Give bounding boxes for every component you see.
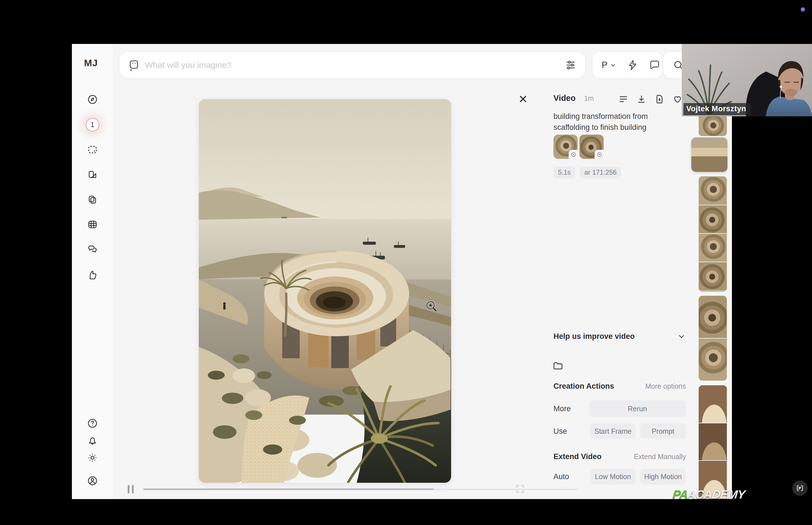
target-icon (595, 150, 604, 159)
webcam-overlay: Vojtek Morsztyn (682, 44, 812, 116)
extend-manually-link[interactable]: Extend Manually (634, 453, 686, 461)
notification-count: 1 (90, 121, 94, 129)
recording-dot (801, 7, 805, 12)
chevron-down-icon (677, 332, 686, 341)
imagine-placeholder: What will you imagine? (145, 60, 231, 70)
toolbar-pill: P (593, 52, 662, 78)
captions-icon (795, 483, 805, 493)
imagine-input[interactable]: What will you imagine? (119, 52, 585, 78)
panel-header: Video 1m (553, 93, 594, 103)
shapes-icon[interactable] (87, 169, 98, 181)
screen: MJ 1 (0, 0, 812, 525)
progress-bar-played[interactable] (143, 489, 434, 490)
auto-row: Auto Low Motion High Motion (553, 469, 686, 484)
help-improve-label: Help us improve video (553, 332, 635, 341)
grid-icon[interactable] (87, 219, 98, 230)
prompt-text[interactable]: building transformation from scaffolding… (553, 111, 678, 133)
fullscreen-icon[interactable] (515, 484, 525, 494)
heart-icon[interactable] (672, 94, 683, 104)
panel-title: Video (553, 93, 576, 103)
bell-icon[interactable] (87, 435, 98, 446)
image-add-icon[interactable] (128, 59, 140, 71)
queue-icon[interactable] (618, 94, 628, 104)
rail-group-video-frames[interactable] (699, 296, 727, 381)
rail-group-video-frames[interactable] (699, 176, 727, 292)
seaside-building-scene (199, 99, 451, 483)
parameter-chips: 5.1s ar 171:256 (553, 167, 621, 178)
creation-actions-row: Creation Actions More options (553, 382, 686, 391)
plan-badge: P (602, 60, 608, 70)
create-dashed-icon[interactable] (87, 144, 98, 155)
conversations-icon[interactable] (87, 244, 98, 255)
more-label: More (553, 404, 571, 413)
video-frame[interactable] (199, 99, 451, 483)
prompt-button[interactable]: Prompt (640, 424, 686, 439)
low-motion-button[interactable]: Low Motion (590, 469, 636, 484)
panel-header-actions (618, 94, 683, 104)
reference-thumbnail[interactable] (553, 135, 578, 159)
creation-age: 1m (584, 94, 594, 103)
app-logo[interactable]: MJ (84, 58, 98, 69)
aspect-ratio-chip[interactable]: ar 171:256 (580, 167, 621, 178)
stream-watermark: PAACADEMY (672, 488, 746, 501)
chevron-down-icon (609, 61, 617, 69)
start-frame-button[interactable]: Start Frame (590, 424, 636, 439)
reference-thumbnail[interactable] (579, 135, 604, 159)
account-icon[interactable] (87, 475, 98, 486)
sidebar: MJ 1 (72, 44, 113, 499)
more-row: More Rerun (553, 401, 686, 417)
webcam-name-label: Vojtek Morsztyn (683, 103, 751, 115)
folder-icon[interactable] (553, 361, 563, 371)
rail-thumbnail-selected[interactable] (691, 137, 727, 172)
help-icon[interactable] (87, 418, 98, 429)
download-file-icon[interactable] (654, 94, 665, 104)
high-motion-button[interactable]: High Motion (640, 469, 686, 484)
auto-label: Auto (553, 472, 569, 481)
pause-button[interactable] (128, 485, 136, 493)
duration-chip[interactable]: 5.1s (553, 167, 575, 178)
lightning-icon[interactable] (627, 59, 639, 71)
more-options-link[interactable]: More options (645, 382, 686, 390)
copies-icon[interactable] (87, 194, 98, 205)
sun-icon[interactable] (87, 452, 98, 463)
progress-bar-track[interactable] (434, 489, 578, 490)
watermark-academy: ACADEMY (686, 488, 746, 501)
close-viewer-button[interactable]: ✕ (516, 92, 530, 106)
person-figure (223, 302, 226, 310)
help-improve-section[interactable]: Help us improve video (553, 332, 686, 341)
extend-video-row: Extend Video Extend Manually (553, 452, 686, 461)
rail-group-arch-frames[interactable] (699, 385, 727, 499)
captions-button[interactable] (792, 480, 808, 496)
watermark-pa: PA (672, 488, 688, 501)
use-row: Use Start Frame Prompt (553, 424, 686, 439)
filter-sliders-icon[interactable] (565, 59, 577, 71)
rail-thumbnail[interactable] (699, 116, 727, 136)
plan-dropdown[interactable]: P (602, 60, 617, 70)
extend-video-label: Extend Video (553, 452, 602, 461)
compass-icon[interactable] (87, 94, 98, 105)
target-icon (569, 150, 578, 159)
thumbs-up-icon[interactable] (87, 270, 98, 281)
midjourney-app-window: MJ 1 (72, 44, 732, 499)
rerun-button[interactable]: Rerun (589, 401, 686, 417)
chat-bubble-icon[interactable] (649, 59, 661, 71)
use-label: Use (553, 427, 567, 436)
creation-actions-label: Creation Actions (553, 382, 614, 391)
notification-badge[interactable]: 1 (86, 118, 99, 132)
download-icon[interactable] (636, 94, 647, 104)
